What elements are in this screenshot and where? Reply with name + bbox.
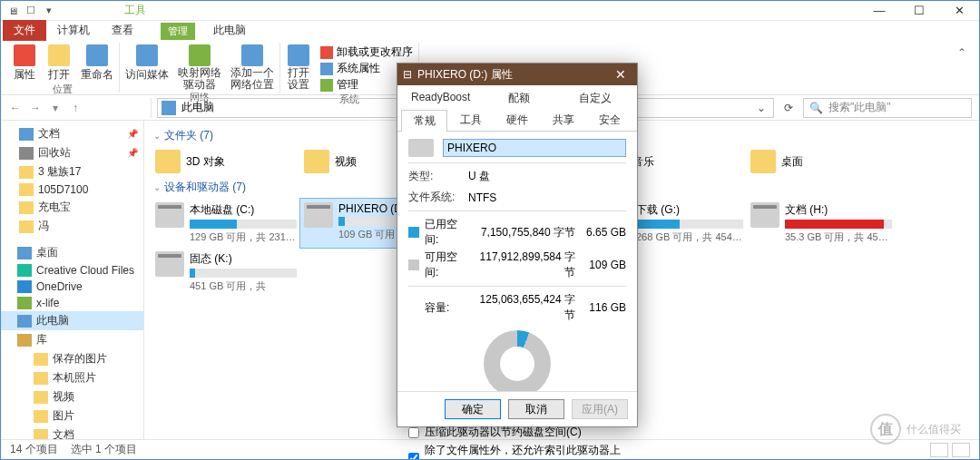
rename-button[interactable]: 重命名 bbox=[81, 44, 113, 83]
collapse-ribbon-icon[interactable]: ⌃ bbox=[950, 43, 974, 63]
nav-item[interactable]: 105D7100 bbox=[1, 181, 143, 198]
nav-item[interactable]: 视频 bbox=[1, 387, 143, 406]
nav-tree[interactable]: 文档📌回收站📌3 魅族17105D7100充电宝冯桌面Creative Clou… bbox=[1, 121, 144, 440]
drive-sub: 129 GB 可用，共 231 GB bbox=[190, 230, 297, 244]
nav-label: OneDrive bbox=[36, 280, 83, 293]
dialog-titlebar[interactable]: ⊟ PHIXERO (D:) 属性 ✕ bbox=[397, 64, 637, 85]
tab-readyboost[interactable]: ReadyBoost bbox=[401, 87, 480, 109]
map-drive-button[interactable]: 映射网络 驱动器 bbox=[178, 44, 221, 91]
index-checkbox[interactable]: 除了文件属性外，还允许索引此驱动器上文件的内容(I) bbox=[408, 443, 626, 460]
dialog-close-button[interactable]: ✕ bbox=[610, 67, 632, 82]
drive-name-input[interactable] bbox=[443, 139, 626, 157]
drive-item[interactable]: 本地磁盘 (C:)129 GB 可用，共 231 GB bbox=[152, 199, 300, 248]
back-button[interactable]: ← bbox=[8, 102, 23, 114]
free-label: 可用空间: bbox=[425, 250, 470, 280]
folder-icon bbox=[19, 147, 34, 160]
qat-icon[interactable]: ☐ bbox=[23, 3, 39, 19]
apply-button[interactable]: 应用(A) bbox=[572, 399, 628, 419]
nav-label: 文档 bbox=[53, 427, 74, 440]
nav-item[interactable]: 此电脑 bbox=[1, 311, 143, 330]
nav-item[interactable]: 回收站📌 bbox=[1, 143, 143, 162]
fs-value: NTFS bbox=[468, 191, 496, 204]
nav-item[interactable]: Creative Cloud Files bbox=[1, 262, 143, 279]
folder-icon bbox=[304, 150, 329, 173]
search-input[interactable]: 🔍 搜索"此电脑" bbox=[803, 98, 972, 118]
settings-button[interactable]: 打开 设置 bbox=[286, 44, 311, 91]
tab-general[interactable]: 常规 bbox=[401, 110, 447, 132]
nav-label: 桌面 bbox=[36, 245, 58, 260]
nav-label: 图片 bbox=[53, 408, 74, 424]
dialog-tabs: ReadyBoost 配额 自定义 常规 工具 硬件 共享 安全 bbox=[397, 85, 637, 132]
pin-icon: 📌 bbox=[127, 129, 138, 139]
watermark-icon: 值 bbox=[870, 414, 901, 445]
close-button[interactable]: ✕ bbox=[939, 1, 979, 21]
nav-label: 库 bbox=[36, 332, 47, 347]
nav-label: 3 魅族17 bbox=[38, 164, 81, 180]
drive-item[interactable]: 文档 (H:)35.3 GB 可用，共 454 GB bbox=[747, 199, 896, 248]
tab-quota[interactable]: 配额 bbox=[480, 87, 556, 109]
nav-item[interactable]: 图片 bbox=[1, 406, 143, 426]
folder-icon bbox=[17, 247, 32, 259]
folder-item[interactable]: 3D 对象 bbox=[152, 147, 300, 176]
refresh-button[interactable]: ⟳ bbox=[779, 102, 798, 114]
type-value: U 盘 bbox=[468, 169, 490, 184]
add-network-button[interactable]: 添加一个 网络位置 bbox=[230, 44, 274, 91]
folder-item[interactable]: 桌面 bbox=[747, 147, 896, 176]
nav-item[interactable]: 本机照片 bbox=[1, 368, 143, 387]
nav-label: 本机照片 bbox=[53, 370, 96, 386]
nav-item[interactable]: OneDrive bbox=[1, 279, 143, 295]
tab-drive-tools[interactable]: 驱动器工具 bbox=[117, 0, 170, 21]
nav-item[interactable]: 保存的图片 bbox=[1, 349, 143, 368]
tab-hardware[interactable]: 硬件 bbox=[494, 109, 540, 131]
tab-security[interactable]: 安全 bbox=[587, 109, 633, 131]
qat-dropdown-icon[interactable]: ▾ bbox=[41, 3, 57, 19]
nav-item[interactable]: 库 bbox=[1, 330, 143, 349]
folder-icon bbox=[750, 150, 776, 173]
drive-sub: 451 GB 可用，共 bbox=[190, 279, 297, 293]
free-gb: 109 GB bbox=[581, 259, 626, 271]
folder-icon bbox=[19, 128, 34, 141]
nav-item[interactable]: 文档 bbox=[1, 426, 143, 440]
forward-button[interactable]: → bbox=[28, 102, 43, 114]
folder-icon bbox=[34, 353, 48, 366]
properties-button[interactable]: 属性 bbox=[12, 44, 37, 83]
tab-view[interactable]: 查看 bbox=[101, 20, 144, 41]
nav-item[interactable]: x-life bbox=[1, 295, 143, 311]
tab-customize[interactable]: 自定义 bbox=[557, 87, 633, 109]
up-button[interactable]: ↑ bbox=[68, 102, 83, 114]
access-media-button[interactable]: 访问媒体 bbox=[125, 44, 169, 83]
maximize-button[interactable]: ☐ bbox=[899, 1, 939, 21]
nav-item[interactable]: 冯 bbox=[1, 217, 143, 236]
tab-tools[interactable]: 工具 bbox=[447, 109, 494, 131]
cancel-button[interactable]: 取消 bbox=[508, 399, 564, 419]
item-count: 14 个项目 bbox=[10, 442, 58, 457]
drive-label: 固态 (K:) bbox=[190, 251, 297, 267]
compress-checkbox[interactable]: 压缩此驱动器以节约磁盘空间(C) bbox=[408, 425, 626, 440]
nav-label: x-life bbox=[36, 297, 59, 309]
quick-access: 🖥 ☐ ▾ bbox=[1, 3, 61, 19]
open-button[interactable]: 打开 bbox=[46, 44, 72, 83]
tab-file[interactable]: 文件 bbox=[3, 20, 46, 41]
ok-button[interactable]: 确定 bbox=[445, 399, 501, 419]
manage-icon bbox=[320, 79, 333, 92]
fs-label: 文件系统: bbox=[408, 190, 459, 205]
nav-label: 此电脑 bbox=[36, 313, 69, 328]
free-swatch bbox=[408, 259, 419, 270]
nav-item[interactable]: 桌面 bbox=[1, 243, 143, 262]
group-label: 位置 bbox=[53, 83, 73, 97]
breadcrumb-item[interactable]: 此电脑 bbox=[181, 100, 214, 115]
nav-item[interactable]: 3 魅族17 bbox=[1, 162, 143, 181]
tab-sharing[interactable]: 共享 bbox=[541, 109, 587, 131]
recent-button[interactable]: ▾ bbox=[48, 102, 63, 114]
selection-count: 选中 1 个项目 bbox=[71, 442, 137, 457]
watermark: 值 什么值得买 bbox=[870, 414, 961, 445]
nav-item[interactable]: 文档📌 bbox=[1, 124, 143, 143]
tab-computer[interactable]: 计算机 bbox=[46, 20, 101, 41]
nav-label: Creative Cloud Files bbox=[36, 264, 134, 277]
drive-item[interactable]: 固态 (K:)451 GB 可用，共 bbox=[152, 248, 300, 297]
uninstall-button[interactable]: 卸载或更改程序 bbox=[320, 44, 413, 60]
nav-item[interactable]: 充电宝 bbox=[1, 198, 143, 217]
minimize-button[interactable]: — bbox=[859, 1, 899, 21]
nav-label: 回收站 bbox=[38, 145, 71, 161]
chevron-down-icon[interactable]: ⌄ bbox=[753, 102, 769, 114]
